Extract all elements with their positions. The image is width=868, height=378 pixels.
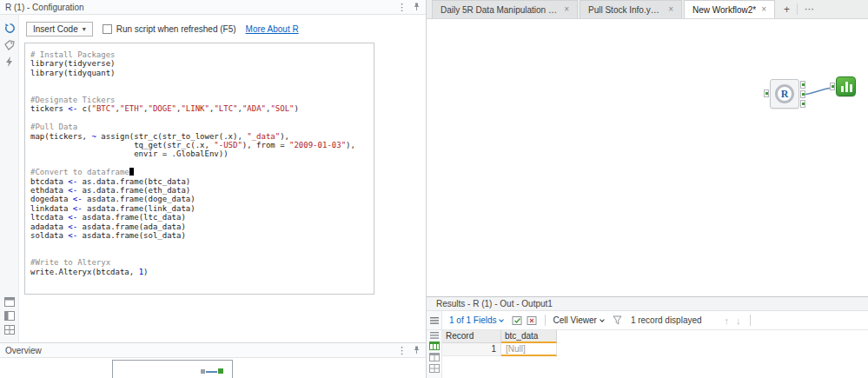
grid-header-row: Record btc_data <box>442 330 868 343</box>
window-split-icon[interactable] <box>3 295 16 308</box>
filter-icon[interactable] <box>613 315 622 325</box>
close-icon[interactable]: × <box>761 5 766 14</box>
results-list-view-icon[interactable] <box>430 332 439 339</box>
results-menu-icon[interactable] <box>427 311 442 329</box>
tab-bar: Daily 5R Data Manipulation & Mode... × P… <box>427 0 868 19</box>
alteryx-designer-window: R (1) - Configuration ⋮ <box>0 0 868 378</box>
lightning-icon[interactable] <box>3 56 16 68</box>
overview-menu-icon[interactable]: ⋮ <box>397 346 407 355</box>
chevron-down-icon <box>500 317 505 322</box>
tab-pull-stock-info[interactable]: Pull Stock Info.yxmd × <box>580 0 682 18</box>
config-panel: R (1) - Configuration ⋮ <box>0 0 427 342</box>
config-panel-header: R (1) - Configuration ⋮ <box>0 0 426 15</box>
overview-panel-header: Overview ⋮ <box>0 343 426 358</box>
r-tool-logo-icon: R <box>775 84 794 103</box>
connection-wire[interactable] <box>427 19 868 296</box>
records-count: 1 record displayed <box>631 315 702 325</box>
fields-dropdown[interactable]: 1 of 1 Fields <box>449 315 503 325</box>
browse-tool[interactable] <box>836 76 856 96</box>
results-metadata-view-icon[interactable] <box>429 353 440 361</box>
browse-tool-icon <box>836 76 856 96</box>
overview-wire-mini <box>206 371 217 373</box>
record-next-button[interactable]: ↓ <box>736 315 741 326</box>
config-pin-icon[interactable] <box>413 3 421 11</box>
overview-canvas[interactable] <box>0 358 426 378</box>
overview-panel: Overview ⋮ <box>0 342 427 378</box>
tab-new-workflow2[interactable]: New Workflow2* × <box>684 0 775 18</box>
deselect-fields-icon[interactable] <box>527 315 538 326</box>
grid-header-btc-data[interactable]: btc_data <box>501 330 557 343</box>
run-script-label: Run script when refreshed (F5) <box>116 24 236 34</box>
overview-viewport-rect[interactable] <box>112 360 233 378</box>
new-tab-button[interactable]: + <box>777 3 797 16</box>
config-tool-strip <box>0 15 19 342</box>
close-icon[interactable]: × <box>564 5 569 14</box>
tab-overflow-button[interactable]: ⋯ <box>798 3 821 15</box>
r-tool[interactable]: R <box>770 79 799 109</box>
fields-dropdown-label: 1 of 1 Fields <box>449 315 496 325</box>
browse-tool-input-anchor[interactable] <box>830 83 835 90</box>
record-prev-button[interactable]: ↑ <box>725 315 730 326</box>
more-about-r-link[interactable]: More About R <box>246 24 299 34</box>
insert-code-label: Insert Code <box>33 24 78 34</box>
tab-label: New Workflow2* <box>692 5 756 15</box>
results-header: Results - R (1) - Out - Output1 <box>427 297 868 311</box>
config-panel-title: R (1) - Configuration <box>5 3 84 12</box>
grid-cell-btc-data-value[interactable]: [Null] <box>501 343 557 356</box>
grid-layout-icon[interactable] <box>3 323 16 335</box>
run-script-checkbox[interactable] <box>103 24 112 34</box>
results-view-strip <box>427 330 442 378</box>
r-tool-output-anchor-1[interactable] <box>800 81 805 89</box>
results-data-view-icon[interactable] <box>429 342 440 350</box>
r-tool-output-anchor-2[interactable] <box>800 90 805 98</box>
refresh-icon[interactable] <box>3 22 16 34</box>
close-icon[interactable]: × <box>668 5 673 14</box>
results-toolbar: 1 of 1 Fields Cell Viewer 1 record displ… <box>427 311 868 330</box>
r-tool-box: R <box>770 79 799 109</box>
results-grid: Record btc_data 1 [Null] <box>442 330 868 378</box>
r-tool-output-anchor-3[interactable] <box>800 100 805 108</box>
results-panel: Results - R (1) - Out - Output1 1 of 1 F… <box>427 296 868 378</box>
tab-label: Daily 5R Data Manipulation & Mode... <box>441 5 559 15</box>
panel-layout-icon[interactable] <box>3 309 16 322</box>
config-toolbar: Insert Code ▾ Run script when refreshed … <box>26 21 299 36</box>
select-fields-icon[interactable] <box>512 315 523 326</box>
chevron-down-icon: ▾ <box>83 25 86 33</box>
code-editor[interactable]: # Install Packageslibrary(tidyverse)libr… <box>24 43 374 295</box>
overview-r-tool-mini <box>201 369 205 374</box>
overview-browse-tool-mini <box>218 368 223 374</box>
cell-viewer-label: Cell Viewer <box>553 315 596 325</box>
insert-code-button[interactable]: Insert Code ▾ <box>26 22 93 36</box>
run-script-option: Run script when refreshed (F5) <box>103 24 236 34</box>
results-title: Results - R (1) - Out - Output1 <box>436 299 553 308</box>
results-layout-view-icon[interactable] <box>429 364 440 373</box>
grid-header-record[interactable]: Record <box>442 330 501 343</box>
chevron-down-icon <box>600 317 605 322</box>
grid-cell-record-number[interactable]: 1 <box>442 343 501 356</box>
cell-viewer-dropdown[interactable]: Cell Viewer <box>553 315 603 325</box>
results-body: Record btc_data 1 [Null] <box>427 330 868 378</box>
tab-label: Pull Stock Info.yxmd <box>588 5 663 15</box>
config-menu-icon[interactable]: ⋮ <box>397 3 407 12</box>
overview-panel-title: Overview <box>5 346 42 355</box>
tag-icon[interactable] <box>3 39 16 51</box>
workflow-canvas[interactable]: R <box>427 19 868 296</box>
overview-pin-icon[interactable] <box>413 346 421 355</box>
r-tool-input-anchor[interactable] <box>764 90 769 97</box>
grid-data-row: 1 [Null] <box>442 343 868 356</box>
tab-daily-5r-data-manipulation[interactable]: Daily 5R Data Manipulation & Mode... × <box>432 0 578 18</box>
